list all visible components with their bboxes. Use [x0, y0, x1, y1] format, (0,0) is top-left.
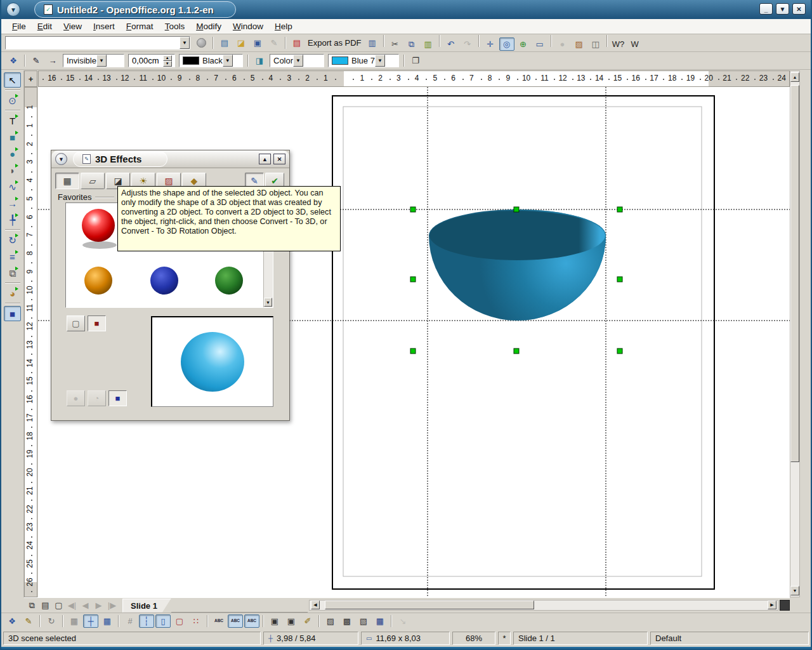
- snap-to-snap-lines[interactable]: ┆: [139, 614, 154, 628]
- selection-handle[interactable]: [617, 277, 622, 282]
- help-agent[interactable]: W?: [611, 37, 626, 51]
- layer-view-button[interactable]: ▢: [53, 600, 65, 611]
- selection-handle[interactable]: [514, 348, 519, 354]
- double-click-to-edit-text[interactable]: ABC: [244, 614, 259, 628]
- line-style-select[interactable]: Invisible ▼: [63, 54, 124, 67]
- scroll-up-icon[interactable]: ▲: [790, 72, 799, 82]
- horizontal-scrollbar[interactable]: ◀ ▶: [309, 600, 778, 611]
- selection-handle[interactable]: [617, 348, 622, 354]
- system-menu-button[interactable]: ▼: [6, 3, 20, 17]
- selection-handle[interactable]: [514, 207, 519, 212]
- url-dropdown-button[interactable]: ▼: [180, 37, 190, 49]
- edit-points[interactable]: ❖: [4, 614, 20, 628]
- grid-to-front[interactable]: ▦: [100, 614, 115, 628]
- insert-tool[interactable]: ◕: [4, 286, 21, 301]
- fill-color-dropdown[interactable]: ▼: [375, 55, 385, 67]
- new-document[interactable]: ▤: [217, 36, 232, 50]
- display-quality[interactable]: ▭: [532, 37, 547, 51]
- favorite-blue-sphere[interactable]: [150, 267, 178, 295]
- connector-tool[interactable]: ╄: [4, 212, 21, 227]
- dialog-close-button[interactable]: ✕: [273, 154, 285, 164]
- line-width-stepper[interactable]: 0,00cm ▲▼: [128, 54, 175, 67]
- update-color-button[interactable]: ■: [88, 315, 106, 331]
- rectangle-tool[interactable]: ■: [4, 129, 21, 145]
- hyperlink[interactable]: ⊕: [516, 37, 531, 51]
- rotate-tool[interactable]: ↻: [4, 232, 21, 248]
- minimize-button[interactable]: _: [759, 3, 773, 15]
- create-style[interactable]: ✐: [300, 614, 315, 628]
- snap-to-grid[interactable]: ┼: [83, 614, 98, 628]
- spin-up-icon[interactable]: ▲: [163, 55, 172, 61]
- undo[interactable]: ↶: [443, 37, 459, 51]
- dialog-rollup-button[interactable]: ▲: [259, 154, 271, 164]
- line-color-select[interactable]: Black ▼: [179, 54, 243, 67]
- text-placeholder[interactable]: ▧: [356, 614, 371, 628]
- simple-handles[interactable]: ▣: [284, 614, 299, 628]
- status-zoom[interactable]: 68%: [452, 632, 495, 645]
- snap-to-page-margins[interactable]: ▯: [155, 614, 171, 628]
- vertical-scrollbar[interactable]: ▲ ▼: [790, 70, 800, 597]
- line-color-dropdown[interactable]: ▼: [223, 55, 233, 67]
- edit-points-button[interactable]: ❖: [6, 54, 21, 67]
- menu-window[interactable]: Window: [227, 19, 269, 34]
- zoom-tool[interactable]: ⊙: [4, 93, 21, 108]
- navigator[interactable]: ✛: [483, 37, 498, 51]
- save-document[interactable]: ▣: [250, 36, 265, 50]
- whats-this-help[interactable]: W: [627, 37, 643, 51]
- menu-help[interactable]: Help: [269, 19, 298, 34]
- select-text-area-only[interactable]: ABC: [228, 614, 243, 628]
- selection-handle[interactable]: [617, 207, 622, 212]
- lines-arrows-tool[interactable]: →: [4, 196, 21, 211]
- master-view-button[interactable]: ▤: [39, 600, 51, 611]
- horizontal-ruler[interactable]: 1716151413121110987654321123456789101112…: [38, 70, 790, 87]
- selection-handle[interactable]: [410, 348, 416, 354]
- menu-insert[interactable]: Insert: [88, 19, 121, 34]
- shade-button[interactable]: ▼: [776, 3, 789, 15]
- 3d-controller-tool[interactable]: ■: [4, 306, 21, 321]
- url-combobox[interactable]: ▼: [5, 36, 190, 50]
- text-tool[interactable]: T: [4, 113, 21, 128]
- curve-tool[interactable]: ∿: [4, 179, 21, 194]
- glue-points[interactable]: ✎: [21, 614, 36, 628]
- copy[interactable]: ⧉: [404, 37, 419, 51]
- fill-color-select[interactable]: Blue 7 ▼: [328, 54, 399, 67]
- favorite-red-sphere[interactable]: [82, 209, 115, 242]
- menu-tools[interactable]: Tools: [159, 19, 191, 34]
- status-slide-number[interactable]: Slide 1 / 1: [513, 632, 648, 645]
- arrange-tool[interactable]: ⧉: [4, 265, 21, 281]
- selection-handle[interactable]: [410, 277, 416, 282]
- favorite-orange-sphere[interactable]: [84, 267, 112, 295]
- scroll-right-icon[interactable]: ▶: [768, 600, 776, 609]
- menu-edit[interactable]: Edit: [32, 19, 58, 34]
- status-page-style[interactable]: Default: [650, 632, 809, 645]
- menu-modify[interactable]: Modify: [190, 19, 227, 34]
- vertical-scroll-thumb[interactable]: [790, 85, 799, 462]
- vertical-ruler[interactable]: 1123456789101112131415161718192021222324…: [24, 87, 37, 597]
- menu-format[interactable]: Format: [121, 19, 159, 34]
- menu-view[interactable]: View: [58, 19, 88, 34]
- cut[interactable]: ✂: [388, 37, 403, 51]
- rotation-mode[interactable]: ↻: [44, 614, 59, 628]
- select-tool[interactable]: ↖: [4, 72, 21, 88]
- horizontal-scroll-thumb[interactable]: [325, 600, 534, 609]
- geometry-tab[interactable]: ▱: [81, 173, 105, 189]
- contour-mode[interactable]: ▩: [339, 614, 355, 628]
- close-button[interactable]: ✕: [792, 3, 806, 15]
- favorites-scroll-down-icon[interactable]: ▼: [264, 298, 272, 307]
- arrow-style-button[interactable]: →: [45, 54, 60, 67]
- fill-type-select[interactable]: Color ▼: [270, 54, 324, 67]
- show-snap-lines[interactable]: #: [122, 614, 138, 628]
- 3d-objects-tool[interactable]: ◗: [4, 162, 21, 178]
- shadow-button[interactable]: ❐: [408, 54, 423, 67]
- fill-type-dropdown[interactable]: ▼: [293, 55, 303, 67]
- alignment-tool[interactable]: ≡: [4, 249, 21, 264]
- scroll-left-icon[interactable]: ◀: [311, 600, 320, 609]
- 3d-preview-mode-button[interactable]: ■: [108, 390, 127, 406]
- resize-corner[interactable]: [780, 600, 790, 611]
- status-size[interactable]: ▭ 11,69 x 8,03: [361, 632, 450, 645]
- scroll-down-icon[interactable]: ▼: [790, 586, 799, 595]
- print-button[interactable]: ▥: [365, 36, 380, 50]
- modify-with-attributes[interactable]: ▣: [267, 614, 282, 628]
- export-pdf-button[interactable]: ▤: [289, 36, 304, 50]
- dialog-title-bar[interactable]: ▼ ✎ 3D Effects ▲✕: [51, 150, 289, 168]
